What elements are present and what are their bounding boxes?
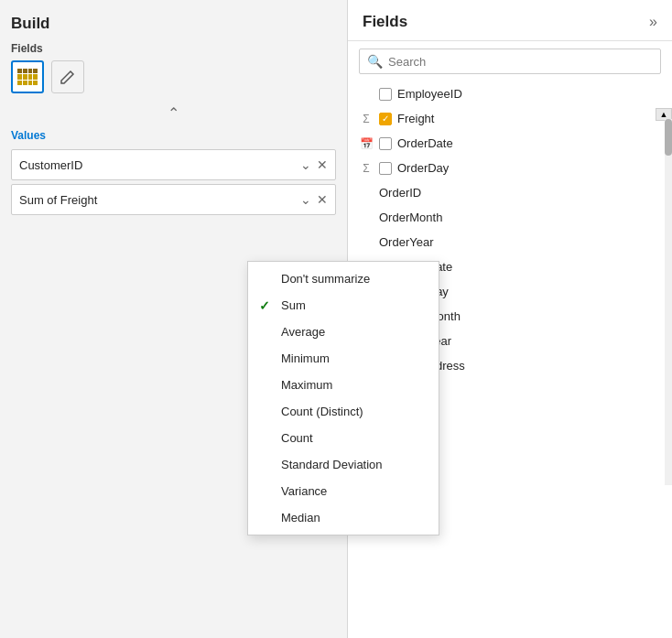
scrollbar-track[interactable] [665,119,672,485]
average-label: Average [281,325,325,339]
fields-title: Fields [363,13,407,31]
std-dev-label: Standard Deviation [281,458,383,471]
field-name-employeeid: EmployeeID [397,87,462,101]
dropdown-count-distinct[interactable]: Count (Distinct) [248,398,439,425]
freight-chevron-icon[interactable]: ⌄ [300,192,311,207]
freight-field-row[interactable]: Sum of Freight ⌄ ✕ [11,184,336,215]
minimum-label: Minimum [281,351,330,365]
field-name-ordermonth: OrderMonth [379,211,442,224]
customer-id-field-row[interactable]: CustomerID ⌄ ✕ [11,149,336,180]
dropdown-median[interactable]: Median [248,504,439,531]
search-box[interactable]: 🔍 [359,49,661,74]
list-item[interactable]: Σ Freight [352,106,668,131]
customer-id-remove-icon[interactable]: ✕ [317,157,328,172]
dropdown-variance[interactable]: Variance [248,478,439,504]
maximum-label: Maximum [281,378,332,392]
list-item[interactable]: EmployeeID [352,81,668,106]
dropdown-count[interactable]: Count [248,425,439,451]
search-icon: 🔍 [367,54,383,69]
field-name-orderdate: OrderDate [397,136,453,150]
table-grid-icon [17,69,38,85]
build-panel: Build Fields ⌃ Valu [0,0,348,638]
dropdown-sum[interactable]: ✓ Sum [248,292,439,319]
sigma-icon: Σ [359,113,374,125]
list-item[interactable]: OrderID [352,180,668,205]
checkbox-orderdate[interactable] [379,137,392,150]
list-item[interactable]: Σ OrderDay [352,156,668,180]
customer-id-chevron-icon[interactable]: ⌄ [300,157,311,172]
freight-remove-icon[interactable]: ✕ [317,192,328,207]
sum-checkmark-icon: ✓ [259,298,270,313]
customer-id-label: CustomerID [19,158,300,172]
field-name-orderday: OrderDay [397,161,449,175]
dropdown-std-dev[interactable]: Standard Deviation [248,451,439,478]
checkbox-freight[interactable] [379,113,392,125]
fields-section-label: Fields [11,42,336,55]
dropdown-average[interactable]: Average [248,319,439,345]
search-input[interactable] [388,55,653,69]
build-title: Build [11,15,336,33]
list-item[interactable]: 📅 OrderDate [352,131,668,156]
dropdown-minimum[interactable]: Minimum [248,345,439,372]
scrollbar-thumb[interactable] [665,119,672,156]
sum-label: Sum [281,298,306,312]
dont-summarize-label: Don't summarize [281,272,370,286]
sigma-icon: Σ [359,162,374,175]
variance-label: Variance [281,484,327,498]
field-icon-group [11,60,336,93]
list-item[interactable]: OrderYear [352,230,668,254]
checkbox-employeeid[interactable] [379,88,392,101]
summarize-dropdown: Don't summarize ✓ Sum Average Minimum Ma… [247,261,439,535]
fields-header: Fields » [348,0,672,41]
expand-icon[interactable]: » [649,14,657,30]
values-label: Values [11,129,336,142]
count-distinct-label: Count (Distinct) [281,405,363,418]
field-name-freight: Freight [397,112,434,125]
checkbox-orderday[interactable] [379,162,392,175]
pencil-icon [59,68,77,86]
calendar-icon: 📅 [359,137,374,150]
count-label: Count [281,431,313,445]
median-label: Median [281,511,320,524]
edit-icon-button[interactable] [51,60,84,93]
freight-label: Sum of Freight [19,193,300,207]
field-name-orderyear: OrderYear [379,235,434,249]
list-item[interactable]: OrderMonth [352,205,668,230]
table-icon-button[interactable] [11,60,44,93]
dropdown-maximum[interactable]: Maximum [248,372,439,398]
dropdown-dont-summarize[interactable]: Don't summarize [248,265,439,292]
field-name-orderid: OrderID [379,186,421,200]
collapse-chevron-icon[interactable]: ⌃ [11,104,336,122]
